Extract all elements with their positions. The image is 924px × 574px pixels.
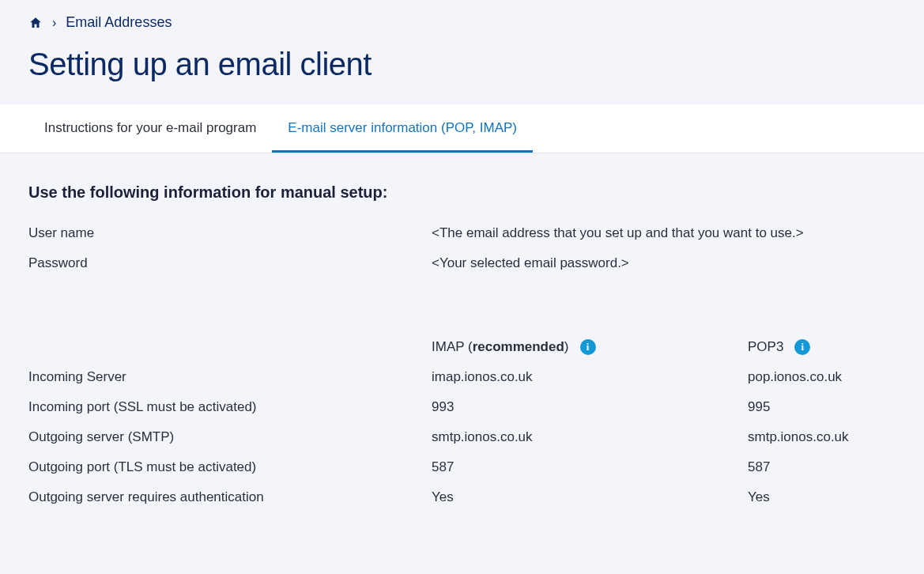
chevron-right-icon: › (52, 16, 56, 30)
incoming-server-pop: pop.ionos.co.uk (748, 369, 896, 385)
tab-instructions[interactable]: Instructions for your e-mail program (28, 104, 272, 153)
info-icon[interactable]: i (580, 339, 596, 355)
outgoing-server-label: Outgoing server (SMTP) (28, 429, 432, 445)
page-title: Setting up an email client (28, 47, 896, 82)
incoming-port-imap: 993 (432, 399, 748, 415)
outgoing-server-pop: smtp.ionos.co.uk (748, 429, 896, 445)
breadcrumb-email-addresses[interactable]: Email Addresses (66, 14, 172, 31)
column-header-pop3: POP3 i (748, 339, 896, 355)
password-value: <Your selected email password.> (432, 255, 896, 271)
section-heading: Use the following information for manual… (28, 183, 896, 202)
pop3-label: POP3 (748, 339, 783, 355)
auth-required-pop: Yes (748, 489, 896, 505)
home-icon[interactable] (28, 16, 43, 30)
username-label: User name (28, 225, 432, 241)
incoming-port-label: Incoming port (SSL must be activated) (28, 399, 432, 415)
column-header-imap: IMAP (recommended) i (432, 339, 748, 355)
incoming-server-label: Incoming Server (28, 369, 432, 385)
incoming-port-pop: 995 (748, 399, 896, 415)
tab-server-info[interactable]: E-mail server information (POP, IMAP) (272, 104, 533, 153)
outgoing-port-label: Outgoing port (TLS must be activated) (28, 459, 432, 475)
outgoing-port-imap: 587 (432, 459, 748, 475)
incoming-server-imap: imap.ionos.co.uk (432, 369, 748, 385)
username-value: <The email address that you set up and t… (432, 225, 896, 241)
breadcrumb: › Email Addresses (28, 14, 896, 31)
imap-prefix: IMAP ( (432, 339, 473, 354)
outgoing-server-imap: smtp.ionos.co.uk (432, 429, 748, 445)
info-icon[interactable]: i (794, 339, 810, 355)
outgoing-port-pop: 587 (748, 459, 896, 475)
auth-required-label: Outgoing server requires authentication (28, 489, 432, 505)
tabs-container: Instructions for your e-mail program E-m… (0, 104, 924, 153)
imap-suffix: ) (564, 339, 569, 354)
password-label: Password (28, 255, 432, 271)
imap-recommended: recommended (473, 339, 564, 354)
auth-required-imap: Yes (432, 489, 748, 505)
